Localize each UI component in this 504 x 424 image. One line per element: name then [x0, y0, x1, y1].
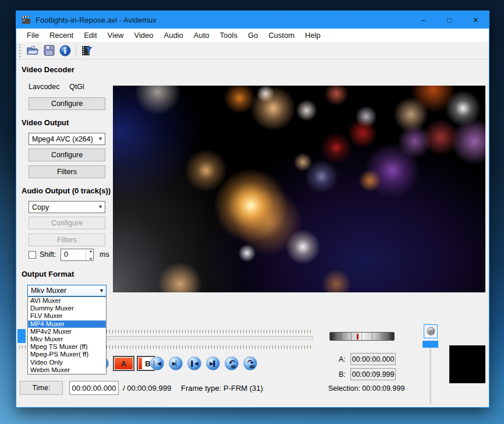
shift-spinbox[interactable]: 0 ▴ ▾: [61, 249, 94, 261]
titlebar[interactable]: Footlights-in-Repose.avi - Avidemux – □ …: [16, 11, 489, 29]
app-clapperboard-icon: [22, 16, 31, 24]
decoder-qtgl-label[interactable]: QtGl: [69, 83, 84, 91]
video-codec-value: Mpeg4 AVC (x264): [32, 135, 93, 143]
muxer-option[interactable]: AVI Muxer: [28, 297, 106, 305]
output-format-combobox[interactable]: Mkv Muxer ▾: [27, 285, 107, 296]
menu-audio[interactable]: Audio: [159, 29, 189, 41]
minimize-button[interactable]: –: [410, 11, 436, 29]
shift-value: 0: [64, 250, 68, 259]
volume-slider-handle[interactable]: [423, 341, 438, 348]
video-decoder-heading: Video Decoder: [22, 65, 74, 74]
muxer-option[interactable]: Dummy Muxer: [28, 305, 106, 312]
maximize-button[interactable]: □: [436, 11, 463, 29]
previous-frame-button[interactable]: ▏◀: [150, 356, 164, 370]
shift-label: Shift:: [40, 250, 56, 259]
volume-slider-track[interactable]: [430, 348, 431, 404]
muxer-option[interactable]: Mpeg-PS Muxer( ff): [28, 351, 106, 358]
muxer-option[interactable]: Webm Muxer: [28, 366, 106, 374]
close-button[interactable]: ✕: [463, 11, 489, 29]
save-file-button[interactable]: [41, 43, 57, 58]
forward-60s-value: 60: [250, 365, 254, 369]
marker-b-field-label: B:: [339, 370, 346, 379]
frame-type-text: Frame type: P-FRM (31): [181, 384, 263, 393]
spin-down-icon[interactable]: ▾: [90, 256, 92, 262]
forward-60s-button[interactable]: ↷ 60: [243, 356, 257, 370]
muxer-option-highlighted[interactable]: MP4 Muxer: [28, 320, 106, 328]
marker-a-label: A: [115, 358, 133, 369]
back-60s-value: 60: [231, 365, 236, 369]
video-filters-button[interactable]: [79, 43, 95, 58]
muxer-option[interactable]: FLV Muxer: [28, 312, 106, 320]
output-format-dropdown-list: AVI Muxer Dummy Muxer FLV Muxer MP4 Muxe…: [27, 296, 107, 374]
main-toolbar: [16, 42, 489, 59]
next-keyframe-icon: ▶▌: [210, 361, 216, 366]
next-frame-icon: ▶▏: [172, 361, 179, 366]
video-configure-button[interactable]: Configure: [29, 149, 105, 161]
jog-center-mark: [357, 334, 359, 340]
decoder-configure-button[interactable]: Configure: [29, 97, 105, 110]
audio-filters-button: Filters: [29, 234, 105, 246]
window-title: Footlights-in-Repose.avi - Avidemux: [36, 16, 157, 24]
time-input[interactable]: [69, 381, 119, 395]
muxer-option[interactable]: Mkv Muxer: [28, 335, 106, 343]
marker-b-time-field[interactable]: 00:00:09.999: [350, 368, 396, 380]
marker-a-button[interactable]: A: [113, 356, 134, 371]
video-output-heading: Video Output: [22, 118, 69, 127]
menu-file[interactable]: File: [22, 29, 44, 41]
video-codec-combobox[interactable]: Mpeg4 AVC (x264) ▾: [29, 133, 105, 145]
next-frame-button[interactable]: ▶▏: [169, 356, 183, 370]
muxer-option[interactable]: Mpeg TS Muxer (ff): [28, 343, 106, 351]
filmstrip-filter-icon: [81, 45, 93, 56]
shift-unit-label: ms: [100, 250, 109, 259]
menu-recent[interactable]: Recent: [44, 29, 79, 41]
menu-tools[interactable]: Tools: [215, 29, 243, 41]
menu-custom[interactable]: Custom: [263, 29, 300, 41]
previous-frame-icon: ▏◀: [154, 361, 161, 366]
output-format-value: Mkv Muxer: [31, 287, 66, 295]
menu-auto[interactable]: Auto: [189, 29, 215, 41]
timeline-slider-handle[interactable]: [17, 329, 26, 343]
speaker-icon: [426, 327, 436, 337]
info-icon: [59, 45, 71, 56]
menu-video[interactable]: Video: [129, 29, 159, 41]
next-keyframe-button[interactable]: ▶▌: [206, 356, 220, 370]
previous-keyframe-icon: ▌◀: [191, 361, 197, 366]
jog-wheel[interactable]: [329, 332, 395, 341]
audio-codec-value: Copy: [32, 203, 49, 211]
marker-a-time-field[interactable]: 00:00:00.000: [350, 353, 396, 365]
muxer-option[interactable]: Video Only: [28, 359, 106, 366]
save-floppy-icon: [44, 45, 55, 56]
menu-help[interactable]: Help: [300, 29, 326, 41]
mute-button[interactable]: [424, 324, 438, 338]
chevron-down-icon: ▾: [100, 287, 103, 294]
back-60s-button[interactable]: ↶ 60: [225, 356, 239, 370]
selection-duration-text: Selection: 00:00:09.999: [328, 384, 404, 393]
spinbox-divider: [86, 250, 86, 260]
open-folder-icon: [26, 45, 39, 56]
marker-a-field-label: A:: [339, 355, 346, 363]
audio-output-heading: Audio Output (0 track(s)): [22, 186, 111, 195]
output-format-heading: Output Format: [22, 270, 74, 278]
audio-codec-combobox[interactable]: Copy ▾: [29, 201, 105, 213]
decoder-lavcodec-label[interactable]: Lavcodec: [29, 83, 60, 91]
previous-keyframe-button[interactable]: ▌◀: [187, 356, 201, 370]
toolbar-drag-handle[interactable]: [19, 44, 21, 57]
menu-edit[interactable]: Edit: [79, 29, 102, 41]
menubar: File Recent Edit View Video Audio Auto T…: [16, 29, 489, 42]
chevron-down-icon: ▾: [99, 203, 102, 210]
time-button[interactable]: Time:: [20, 381, 63, 395]
toolbar-separator: [76, 44, 76, 57]
video-filters-sidebar-button[interactable]: Filters: [29, 165, 105, 178]
avidemux-window: Footlights-in-Repose.avi - Avidemux – □ …: [16, 10, 489, 408]
duration-text: / 00:00:09.999: [123, 384, 171, 393]
muxer-option[interactable]: MP4v2 Muxer: [28, 328, 106, 335]
open-file-button[interactable]: [24, 43, 41, 58]
chevron-down-icon: ▾: [99, 135, 102, 142]
audio-configure-button: Configure: [29, 217, 105, 229]
filter-preview-thumbnail: [449, 345, 485, 383]
shift-checkbox[interactable]: [29, 251, 36, 259]
menu-go[interactable]: Go: [243, 29, 263, 41]
properties-button[interactable]: [57, 43, 73, 58]
menu-view[interactable]: View: [102, 29, 129, 41]
spin-up-icon[interactable]: ▴: [90, 248, 92, 253]
